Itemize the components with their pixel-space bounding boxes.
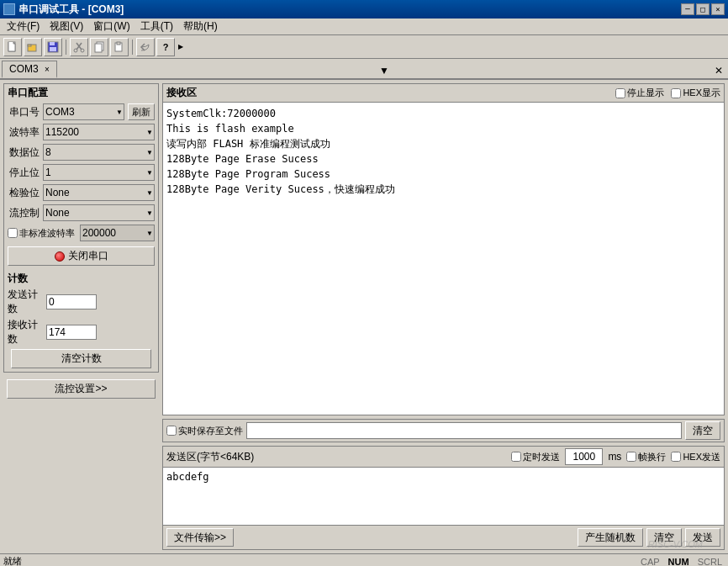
toolbar-new[interactable]	[3, 38, 22, 56]
close-port-button[interactable]: 关闭串口	[8, 246, 155, 266]
status-bar: 就绪 CAP NUM SCRL	[0, 553, 728, 566]
toolbar-copy[interactable]	[90, 38, 108, 56]
hex-send-text: HEX发送	[683, 451, 720, 463]
recv-textarea[interactable]	[163, 102, 724, 415]
serial-config-title: 串口配置	[4, 84, 158, 102]
recv-options: 停止显示 HEX显示	[615, 87, 720, 99]
databits-select[interactable]: 8	[43, 144, 155, 161]
clear-count-button[interactable]: 清空计数	[11, 349, 151, 368]
maximize-button[interactable]: □	[696, 3, 710, 15]
realtime-save-label[interactable]: 实时保存至文件	[166, 425, 243, 437]
minimize-button[interactable]: ─	[681, 3, 694, 15]
hex-display-checkbox[interactable]	[671, 88, 681, 98]
realtime-save-checkbox[interactable]	[166, 426, 177, 436]
svg-point-9	[74, 49, 77, 52]
close-button[interactable]: ×	[711, 3, 725, 15]
port-select[interactable]: COM3	[43, 103, 124, 120]
flowctrl-label: 流控制	[8, 206, 40, 220]
newline-text: 帧换行	[638, 451, 666, 463]
nonstandard-select[interactable]: 200000	[80, 225, 155, 241]
hex-display-label[interactable]: HEX显示	[671, 87, 720, 99]
port-select-wrapper: COM3 ▼	[43, 103, 124, 120]
hex-send-label[interactable]: HEX发送	[671, 451, 720, 463]
flowctrl-select[interactable]: None	[43, 204, 155, 221]
realtime-save-text: 实时保存至文件	[178, 425, 243, 437]
tab-dropdown-arrow[interactable]: ▼	[376, 63, 393, 78]
clear-recv-button[interactable]: 清空	[685, 421, 720, 440]
timer-ms-input[interactable]	[565, 448, 603, 465]
status-indicators: CAP NUM SCRL	[638, 557, 725, 567]
flowctrl-row: 流控制 None ▼	[4, 203, 158, 223]
stop-display-label[interactable]: 停止显示	[615, 87, 664, 99]
flow-settings-button[interactable]: 流控设置>>	[7, 379, 156, 399]
menu-help[interactable]: 帮助(H)	[178, 18, 223, 35]
save-path-input[interactable]	[246, 422, 682, 439]
toolbar-open[interactable]	[24, 38, 42, 56]
menu-tools[interactable]: 工具(T)	[135, 18, 178, 35]
send-count-label: 发送计数	[8, 288, 43, 316]
menu-view[interactable]: 视图(V)	[45, 18, 88, 35]
tab-com3[interactable]: COM3 ×	[2, 61, 57, 78]
nonstandard-checkbox-label[interactable]: 非标准波特率	[8, 227, 75, 240]
toolbar-save[interactable]	[44, 38, 62, 56]
random-button[interactable]: 产生随机数	[578, 528, 643, 547]
baud-select-wrapper: 115200 ▼	[43, 124, 155, 140]
serial-config-group: 串口配置 串口号 COM3 ▼ 刷新 波特率 115200	[3, 83, 159, 373]
num-indicator: NUM	[666, 557, 692, 567]
timer-send-checkbox[interactable]	[511, 452, 521, 462]
toolbar-back[interactable]	[136, 38, 155, 56]
cap-indicator: CAP	[638, 557, 662, 567]
port-status-indicator	[55, 251, 65, 262]
stopbits-row: 停止位 1 ▼	[4, 162, 158, 182]
count-section: 计数 发送计数 接收计数 清空计数	[4, 269, 158, 372]
stopbits-select[interactable]: 1	[43, 164, 155, 181]
timer-send-label[interactable]: 定时发送	[511, 451, 560, 463]
send-textarea[interactable]	[163, 467, 724, 526]
toolbar-help[interactable]: ?	[156, 38, 175, 56]
tab-com3-label: COM3	[9, 63, 39, 75]
clear-send-button[interactable]: 清空	[646, 528, 682, 547]
tab-close-all[interactable]: ✕	[711, 63, 726, 78]
svg-rect-6	[50, 47, 56, 51]
port-label: 串口号	[8, 105, 40, 119]
file-transfer-button[interactable]: 文件传输>>	[166, 528, 234, 547]
stopbits-label: 停止位	[8, 166, 40, 180]
newline-label[interactable]: 帧换行	[626, 451, 666, 463]
recv-count-input[interactable]	[46, 325, 97, 340]
title-bar-controls: ─ □ ×	[681, 3, 725, 15]
right-panel: 接收区 停止显示 HEX显示 实时保存至文件	[162, 83, 725, 550]
toolbar-cut[interactable]	[70, 38, 88, 56]
svg-rect-12	[95, 44, 102, 52]
toolbar-expand-arrow[interactable]: ▶	[177, 41, 185, 52]
left-panel: 串口配置 串口号 COM3 ▼ 刷新 波特率 115200	[3, 83, 159, 550]
nonstandard-checkbox[interactable]	[8, 228, 18, 238]
send-area: 发送区(字节<64KB) 定时发送 ms 帧换行 HEX发送	[162, 446, 725, 550]
recv-count-label: 接收计数	[8, 318, 43, 346]
hex-send-checkbox[interactable]	[671, 452, 681, 462]
menu-file[interactable]: 文件(F)	[2, 18, 45, 35]
svg-rect-3	[28, 45, 31, 46]
send-header: 发送区(字节<64KB) 定时发送 ms 帧换行 HEX发送	[163, 447, 724, 467]
save-row: 实时保存至文件 清空	[162, 419, 725, 442]
toolbar: ? ▶	[0, 35, 728, 59]
databits-row: 数据位 8 ▼	[4, 142, 158, 162]
send-button[interactable]: 发送	[685, 528, 720, 547]
tab-com3-close[interactable]: ×	[45, 65, 50, 74]
menu-window[interactable]: 窗口(W)	[88, 18, 135, 35]
newline-checkbox[interactable]	[626, 452, 636, 462]
refresh-button[interactable]: 刷新	[128, 103, 155, 120]
send-count-input[interactable]	[46, 294, 97, 309]
stop-display-checkbox[interactable]	[615, 88, 625, 98]
title-bar-text: 串口调试工具 - [COM3]	[3, 3, 124, 17]
hex-display-text: HEX显示	[683, 87, 720, 99]
stopbits-select-wrapper: 1 ▼	[43, 164, 155, 181]
baud-label: 波特率	[8, 125, 40, 140]
nonstandard-row: 非标准波特率 200000 ▼	[4, 223, 158, 243]
databits-select-wrapper: 8 ▼	[43, 144, 155, 161]
toolbar-paste[interactable]	[110, 38, 129, 56]
parity-select-wrapper: None ▼	[43, 184, 155, 201]
main-content: 串口配置 串口号 COM3 ▼ 刷新 波特率 115200	[0, 80, 728, 553]
parity-select[interactable]: None	[43, 184, 155, 201]
baud-select[interactable]: 115200	[43, 124, 155, 140]
count-title: 计数	[8, 271, 155, 287]
